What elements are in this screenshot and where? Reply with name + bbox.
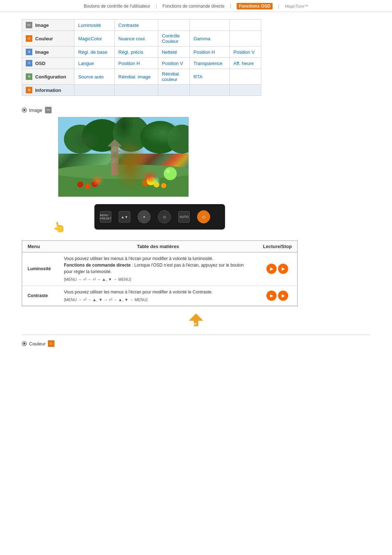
svg-point-1 xyxy=(64,125,97,154)
cell-info-3 xyxy=(158,85,190,96)
cell-magiccolor[interactable]: MagicColor xyxy=(74,31,115,46)
config-icon: ⊞ xyxy=(26,73,32,80)
menu-path-luminosite: [MENU → ⏎ → ⏎ → ▲, ▼ → MENU] xyxy=(64,276,252,283)
ctrl-btn-3[interactable]: ✦ xyxy=(138,210,151,223)
play-btn-3[interactable]: ▶ xyxy=(266,291,277,301)
nav-item-1[interactable]: Boutons de contrôle de l'utilisateur xyxy=(84,4,150,9)
svg-text:UP: UP xyxy=(192,322,197,326)
menu-path-contraste: [MENU → ⏎ → ▲, ▼ → ⏎ → ▲, ▼ → MENU] xyxy=(64,297,252,303)
col-action: Lecture/Stop xyxy=(258,241,297,252)
osd-icon: ⊡ xyxy=(26,60,32,66)
cell-osd-pos-h[interactable]: Position H xyxy=(115,58,158,69)
cell-pos-v[interactable]: Position V xyxy=(230,46,261,58)
cell-info-1 xyxy=(74,85,115,96)
play-btn-2[interactable]: ▶ xyxy=(278,264,288,274)
cell-langue[interactable]: Langue xyxy=(74,58,115,69)
menu-luminosite: Luminosité xyxy=(22,252,58,286)
cell-reinit-couleur[interactable]: Réinitial.couleur xyxy=(158,69,190,85)
content-luminosite: Vous pouvez utiliser les menus à l'écran… xyxy=(58,252,258,286)
couleur-label: Couleur xyxy=(29,341,46,347)
action-luminosite: ▶ ▶ xyxy=(258,252,297,286)
svg-marker-9 xyxy=(107,139,122,146)
image-section-header: Image Im xyxy=(22,107,370,113)
play-btn-4[interactable]: ▶ xyxy=(278,291,288,301)
control-bar-wrapper: MENUPRESET ▲▼ ✦ ⊙ AUTO ⏻ 👆 xyxy=(58,204,189,230)
row-header-config: ⊞ Configuration xyxy=(22,69,74,85)
row-header-image: Im Image xyxy=(22,20,74,31)
couleur-icon: ◎ xyxy=(26,35,32,42)
image-section-icon: Im xyxy=(45,107,52,113)
cell-empty3 xyxy=(230,20,261,31)
nav-item-3-active[interactable]: Fonctions OSD xyxy=(237,3,273,9)
svg-point-21 xyxy=(147,177,155,185)
svg-point-18 xyxy=(142,179,149,186)
col-content: Table des matières xyxy=(58,241,258,252)
svg-point-14 xyxy=(85,184,90,189)
svg-point-17 xyxy=(161,183,166,188)
svg-rect-6 xyxy=(58,172,189,197)
svg-point-15 xyxy=(91,181,98,187)
cell-osd-pos-v[interactable]: Position V xyxy=(158,58,190,69)
cell-empty1 xyxy=(158,20,190,31)
svg-point-13 xyxy=(77,182,83,187)
nav-item-2[interactable]: Fonctions de commande directe xyxy=(163,4,225,9)
up-arrow-icon: UP xyxy=(189,313,203,327)
cell-luminosite[interactable]: Luminosité xyxy=(74,20,115,31)
cell-regl-base[interactable]: Régl. de base xyxy=(74,46,115,58)
ctrl-btn-1[interactable]: MENUPRESET xyxy=(100,211,111,223)
table-row: Im Image Luminosité Contraste xyxy=(22,20,261,31)
nav-sep-3: | xyxy=(278,4,279,9)
table-row: ⊡ OSD Langue Position H Position V Trans… xyxy=(22,58,261,69)
cell-reinit-image[interactable]: Réinitial. image xyxy=(115,69,158,85)
ctrl-btn-2[interactable]: ▲▼ xyxy=(119,211,130,223)
row-header-couleur: ◎ Couleur xyxy=(22,31,74,46)
image-icon: Im xyxy=(26,22,32,28)
couleur-section-icon: ◎ xyxy=(48,340,54,347)
svg-point-7 xyxy=(58,165,189,179)
cell-source-auto[interactable]: Source auto xyxy=(74,69,115,85)
info-table-container: Menu Table des matières Lecture/Stop Lum… xyxy=(22,240,298,306)
svg-point-3 xyxy=(113,117,149,152)
nav-item-4[interactable]: MagicTune™ xyxy=(285,4,309,8)
cell-contraste[interactable]: Contraste xyxy=(115,20,158,31)
up-btn-container: UP xyxy=(22,313,370,327)
col-menu: Menu xyxy=(22,241,58,252)
cell-nettete[interactable]: Netteté xyxy=(158,46,190,58)
svg-point-2 xyxy=(82,119,122,152)
cell-pos-h[interactable]: Position H xyxy=(190,46,230,58)
row-header-info: ◎ Information xyxy=(22,85,74,96)
image-radio xyxy=(22,108,27,113)
couleur-radio xyxy=(22,341,27,346)
hand-cursor-icon: 👆 xyxy=(52,220,66,234)
svg-marker-11 xyxy=(110,152,119,157)
cell-nuance[interactable]: Nuance coul. xyxy=(115,31,158,46)
cell-regl-precis[interactable]: Régl. précis xyxy=(115,46,158,58)
table-row-info: ◎ Information xyxy=(22,85,261,96)
cell-aff-heure[interactable]: Aff. heure xyxy=(230,58,261,69)
cell-info-2 xyxy=(115,85,158,96)
main-content: Im Image Luminosité Contraste ◎ Couleur xyxy=(0,12,392,354)
svg-point-19 xyxy=(164,167,177,180)
menu-contraste: Contraste xyxy=(22,285,58,306)
cell-empty4 xyxy=(230,31,261,46)
info-icon: ◎ xyxy=(26,87,32,93)
action-contraste: ▶ ▶ xyxy=(258,285,297,306)
row-header-image2: ⊞ Image xyxy=(22,46,74,58)
cell-rta[interactable]: RTA xyxy=(190,69,230,85)
svg-rect-0 xyxy=(58,117,189,154)
cell-transparence[interactable]: Transparence xyxy=(190,58,230,69)
cell-controle-couleur[interactable]: ContrôleCouleur xyxy=(158,31,190,46)
ctrl-btn-auto[interactable]: AUTO xyxy=(178,211,190,223)
table-row: Luminosité Vous pouvez utiliser les menu… xyxy=(22,252,297,286)
svg-point-5 xyxy=(167,125,189,154)
play-btn-1[interactable]: ▶ xyxy=(266,264,277,274)
cell-gamma[interactable]: Gamma xyxy=(190,31,230,46)
table-header-row: Menu Table des matières Lecture/Stop xyxy=(22,241,297,252)
ctrl-btn-power[interactable]: ⏻ xyxy=(197,210,210,223)
nav-table: Im Image Luminosité Contraste ◎ Couleur xyxy=(22,19,261,96)
image2-icon: ⊞ xyxy=(26,49,32,55)
couleur-section-header: Couleur ◎ xyxy=(22,340,370,347)
control-bar: MENUPRESET ▲▼ ✦ ⊙ AUTO ⏻ xyxy=(94,204,225,230)
svg-point-4 xyxy=(140,121,180,154)
ctrl-btn-4[interactable]: ⊙ xyxy=(158,210,171,223)
